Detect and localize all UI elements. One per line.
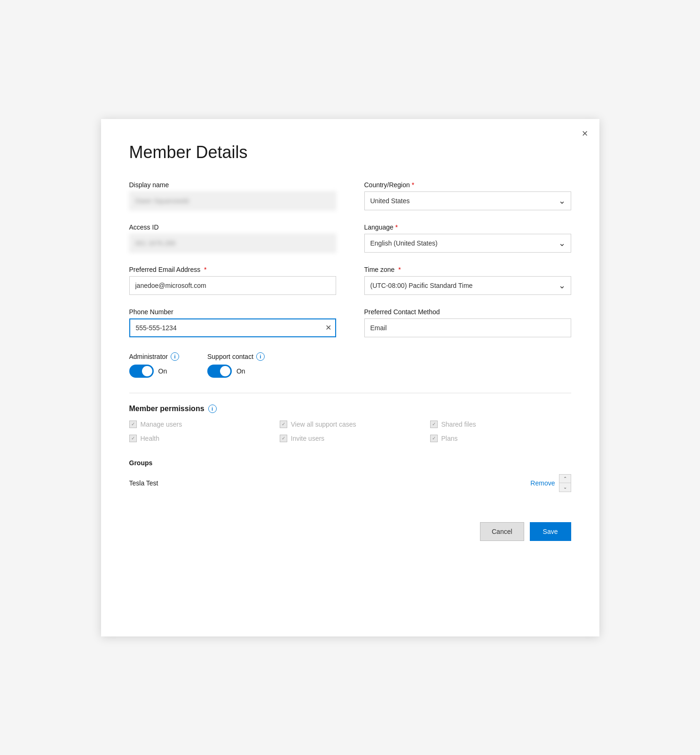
form-grid: Display name Country/Region* United Stat… [129,181,571,337]
display-name-input[interactable] [129,191,336,210]
plans-checkbox[interactable] [430,435,438,442]
health-checkbox[interactable] [129,435,137,442]
invite-users-label: Invite users [291,435,325,442]
administrator-toggle-row: On [129,365,179,378]
phone-number-label: Phone Number [129,308,336,316]
groups-title: Groups [129,459,571,467]
dialog-footer: Cancel Save [129,522,571,541]
support-contact-state: On [236,367,245,375]
group-row: Tesla Test Remove ⌃ ⌄ [129,472,571,494]
access-id-label: Access ID [129,223,336,231]
country-region-field: Country/Region* United States Canada Uni… [364,181,571,210]
administrator-label-row: Administrator i [129,352,179,361]
cancel-button[interactable]: Cancel [480,522,524,541]
sort-down-button[interactable]: ⌄ [559,483,571,492]
access-id-input[interactable] [129,234,336,253]
support-contact-toggle-row: On [207,365,265,378]
section-divider [129,393,571,393]
dialog-title: Member Details [129,143,571,162]
language-field: Language* English (United States) Englis… [364,223,571,253]
administrator-toggle-group: Administrator i On [129,352,179,378]
permission-health: Health [129,435,270,442]
group-remove-link[interactable]: Remove [530,479,555,487]
permissions-section: Member permissions i Manage users View a… [129,405,571,442]
time-zone-label: Time zone * [364,266,571,273]
support-contact-toggle[interactable] [207,365,232,378]
preferred-contact-label: Preferred Contact Method [364,308,571,316]
groups-section: Groups Tesla Test Remove ⌃ ⌄ [129,459,571,494]
administrator-toggle-thumb [142,366,152,376]
group-name: Tesla Test [129,479,158,487]
support-contact-label-row: Support contact i [207,352,265,361]
permissions-title-row: Member permissions i [129,405,571,413]
preferred-contact-field: Preferred Contact Method Email Phone [364,308,571,337]
support-contact-info-icon[interactable]: i [256,352,265,361]
group-actions: Remove ⌃ ⌄ [530,474,571,492]
member-details-dialog: × Member Details Display name Country/Re… [101,119,599,636]
access-id-field: Access ID [129,223,336,253]
administrator-state: On [158,367,167,375]
sort-up-button[interactable]: ⌃ [559,475,571,483]
view-support-cases-checkbox[interactable] [280,421,287,428]
permissions-title: Member permissions [129,405,204,413]
support-contact-toggle-group: Support contact i On [207,352,265,378]
display-name-label: Display name [129,181,336,189]
language-select[interactable]: English (United States) English (United … [364,234,571,253]
permission-shared-files: Shared files [430,421,571,428]
permissions-grid: Manage users View all support cases Shar… [129,421,571,442]
preferred-contact-select-wrapper: Email Phone [364,318,571,337]
display-name-field: Display name [129,181,336,210]
manage-users-checkbox[interactable] [129,421,137,428]
time-zone-field: Time zone * (UTC-08:00) Pacific Standard… [364,266,571,295]
administrator-info-icon[interactable]: i [171,352,179,361]
language-label: Language* [364,223,571,231]
time-zone-select[interactable]: (UTC-08:00) Pacific Standard Time (UTC-0… [364,276,571,295]
save-button[interactable]: Save [530,522,571,541]
support-contact-toggle-thumb [220,366,230,376]
shared-files-checkbox[interactable] [430,421,438,428]
plans-label: Plans [441,435,458,442]
permission-manage-users: Manage users [129,421,270,428]
health-label: Health [141,435,159,442]
phone-number-input[interactable] [129,318,336,337]
preferred-email-label: Preferred Email Address * [129,266,336,273]
manage-users-label: Manage users [141,421,182,428]
permissions-info-icon[interactable]: i [208,405,217,413]
preferred-email-input[interactable] [129,276,336,295]
time-zone-select-wrapper: (UTC-08:00) Pacific Standard Time (UTC-0… [364,276,571,295]
support-contact-label: Support contact [207,353,253,360]
phone-number-clear-button[interactable]: ✕ [325,323,331,332]
sort-arrows: ⌃ ⌄ [559,474,571,492]
permission-plans: Plans [430,435,571,442]
country-region-select[interactable]: United States Canada United Kingdom Aust… [364,191,571,210]
phone-number-wrapper: ✕ [129,318,336,337]
view-support-cases-label: View all support cases [291,421,356,428]
close-button[interactable]: × [582,128,588,139]
shared-files-label: Shared files [441,421,476,428]
language-select-wrapper: English (United States) English (United … [364,234,571,253]
administrator-toggle[interactable] [129,365,154,378]
preferred-contact-select[interactable]: Email Phone [364,318,571,337]
administrator-label: Administrator [129,353,168,360]
permission-invite-users: Invite users [280,435,421,442]
phone-number-field: Phone Number ✕ [129,308,336,337]
toggles-section: Administrator i On Support contact i On [129,352,571,378]
permission-view-all-support-cases: View all support cases [280,421,421,428]
country-region-label: Country/Region* [364,181,571,189]
preferred-email-field: Preferred Email Address * [129,266,336,295]
invite-users-checkbox[interactable] [280,435,287,442]
country-region-select-wrapper: United States Canada United Kingdom Aust… [364,191,571,210]
